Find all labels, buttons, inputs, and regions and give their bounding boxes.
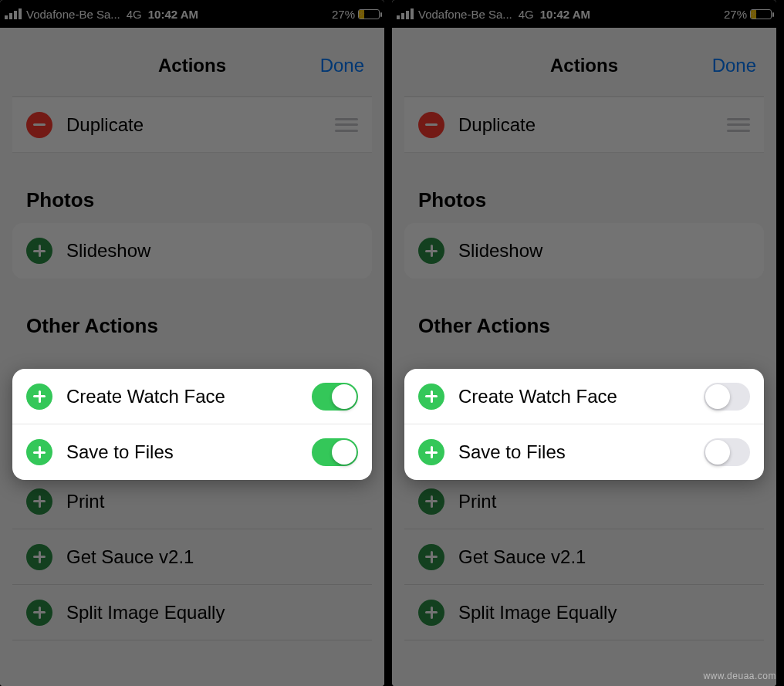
network-label: 4G <box>127 8 142 21</box>
action-sheet: Actions Done Duplicate Photos Slideshow … <box>404 34 764 656</box>
battery-icon: ⚡ <box>358 9 380 19</box>
time-label: 10:42 AM <box>540 8 590 21</box>
network-label: 4G <box>519 8 534 21</box>
create-watch-face-label: Create Watch Face <box>66 386 312 407</box>
create-watch-face-label: Create Watch Face <box>458 386 704 407</box>
screenshot-left: Vodafone-Be Sa... 4G 10:42 AM 27% ⚡ Acti… <box>0 0 384 686</box>
nav-bar: Actions Done <box>404 34 764 97</box>
remove-icon[interactable] <box>418 112 444 138</box>
drag-handle-icon[interactable] <box>727 118 750 132</box>
other-actions-list: Print Get Sauce v2.1 Split Image Equally <box>404 474 764 640</box>
signal-icon <box>5 8 22 19</box>
duplicate-label: Duplicate <box>458 114 727 136</box>
nav-title: Actions <box>550 55 618 76</box>
watermark: www.deuaa.com <box>703 671 776 681</box>
row-create-watch-face[interactable]: Create Watch Face <box>404 369 764 424</box>
slideshow-label: Slideshow <box>458 240 750 262</box>
row-save-to-files[interactable]: Save to Files <box>404 424 764 480</box>
get-sauce-label: Get Sauce v2.1 <box>458 546 750 568</box>
add-icon[interactable] <box>26 439 52 465</box>
add-icon[interactable] <box>418 439 444 465</box>
row-split-image[interactable]: Split Image Equally <box>404 585 764 640</box>
signal-icon <box>397 8 414 19</box>
save-to-files-label: Save to Files <box>458 441 704 463</box>
photos-card: Slideshow <box>404 223 764 279</box>
drag-handle-icon[interactable] <box>335 118 358 132</box>
row-duplicate[interactable]: Duplicate <box>404 97 764 153</box>
section-photos-title: Photos <box>12 153 372 223</box>
section-other-title: Other Actions <box>404 279 764 349</box>
add-icon[interactable] <box>26 544 52 570</box>
split-image-label: Split Image Equally <box>66 602 358 623</box>
add-icon[interactable] <box>418 544 444 570</box>
nav-bar: Actions Done <box>12 34 372 97</box>
add-icon[interactable] <box>26 384 52 410</box>
add-icon[interactable] <box>418 600 444 626</box>
photos-card: Slideshow <box>12 223 372 279</box>
print-label: Print <box>66 491 358 512</box>
toggle-create-watch-face[interactable] <box>312 383 358 411</box>
toggle-create-watch-face[interactable] <box>704 383 750 411</box>
row-slideshow[interactable]: Slideshow <box>404 223 764 279</box>
status-bar: Vodafone-Be Sa... 4G 10:42 AM 27% ⚡ <box>392 0 776 28</box>
row-print[interactable]: Print <box>12 474 372 529</box>
carrier-label: Vodafone-Be Sa... <box>418 8 512 21</box>
row-duplicate[interactable]: Duplicate <box>12 97 372 153</box>
section-photos-title: Photos <box>404 153 764 223</box>
nav-title: Actions <box>158 55 226 76</box>
add-icon[interactable] <box>418 488 444 515</box>
row-split-image[interactable]: Split Image Equally <box>12 585 372 640</box>
duplicate-label: Duplicate <box>66 114 335 136</box>
highlight-card: Create Watch Face Save to Files <box>404 369 764 480</box>
slideshow-label: Slideshow <box>66 240 358 262</box>
row-get-sauce[interactable]: Get Sauce v2.1 <box>404 529 764 585</box>
add-icon[interactable] <box>418 238 444 264</box>
row-slideshow[interactable]: Slideshow <box>12 223 372 279</box>
remove-icon[interactable] <box>26 112 52 138</box>
add-icon[interactable] <box>26 488 52 515</box>
add-icon[interactable] <box>26 238 52 264</box>
toggle-save-to-files[interactable] <box>312 438 358 466</box>
battery-icon: ⚡ <box>750 9 772 19</box>
highlight-card: Create Watch Face Save to Files <box>12 369 372 480</box>
row-save-to-files[interactable]: Save to Files <box>12 424 372 480</box>
done-button[interactable]: Done <box>712 34 756 96</box>
carrier-label: Vodafone-Be Sa... <box>26 8 120 21</box>
row-print[interactable]: Print <box>404 474 764 529</box>
screenshot-right: Vodafone-Be Sa... 4G 10:42 AM 27% ⚡ Acti… <box>392 0 776 686</box>
save-to-files-label: Save to Files <box>66 441 312 463</box>
other-actions-list: Print Get Sauce v2.1 Split Image Equally <box>12 474 372 640</box>
section-other-title: Other Actions <box>12 279 372 349</box>
action-sheet: Actions Done Duplicate Photos Slideshow … <box>12 34 372 656</box>
status-bar: Vodafone-Be Sa... 4G 10:42 AM 27% ⚡ <box>0 0 384 28</box>
time-label: 10:42 AM <box>148 8 198 21</box>
battery-pct: 27% <box>724 8 747 21</box>
split-image-label: Split Image Equally <box>458 602 750 623</box>
row-get-sauce[interactable]: Get Sauce v2.1 <box>12 529 372 585</box>
toggle-save-to-files[interactable] <box>704 438 750 466</box>
print-label: Print <box>458 491 750 512</box>
done-button[interactable]: Done <box>320 34 364 96</box>
add-icon[interactable] <box>26 600 52 626</box>
add-icon[interactable] <box>418 384 444 410</box>
row-create-watch-face[interactable]: Create Watch Face <box>12 369 372 424</box>
battery-pct: 27% <box>332 8 355 21</box>
get-sauce-label: Get Sauce v2.1 <box>66 546 358 568</box>
